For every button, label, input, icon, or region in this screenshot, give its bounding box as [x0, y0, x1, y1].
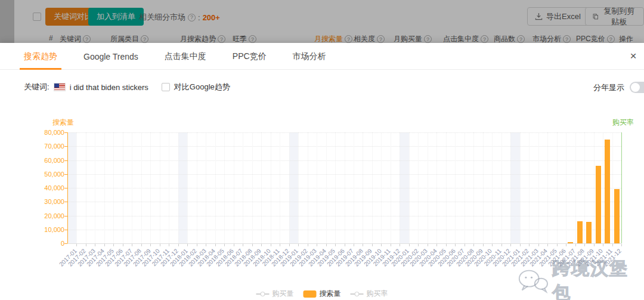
yearly-display-label: 分年显示	[593, 82, 624, 93]
y-tick-label: 80,000	[44, 129, 64, 136]
x-tick	[381, 244, 382, 246]
x-tick	[575, 244, 576, 246]
x-tick	[317, 244, 317, 246]
y-tick-label: 30,000	[44, 198, 64, 205]
tab-3[interactable]: 点击集中度	[165, 43, 206, 70]
x-tick	[436, 244, 437, 246]
x-tick	[501, 244, 502, 246]
x-tick	[104, 244, 105, 246]
x-tick	[308, 244, 308, 246]
x-tick	[113, 244, 114, 246]
x-tick	[178, 244, 179, 246]
close-icon[interactable]: ×	[626, 49, 640, 63]
right-y-axis	[621, 132, 622, 243]
yearly-display-toggle[interactable]	[630, 82, 644, 93]
gridline	[67, 216, 621, 217]
x-tick	[187, 244, 188, 246]
keyword-row-right: 分年显示	[0, 81, 644, 94]
y-tick	[64, 202, 67, 202]
chart-legend: 购买量搜索量购买率	[256, 289, 388, 299]
x-tick	[594, 244, 595, 246]
x-tick	[345, 244, 345, 246]
legend-item-购买率[interactable]: 购买率	[351, 289, 388, 299]
y-tick-label: 50,000	[44, 171, 64, 178]
x-tick	[418, 244, 419, 246]
tab-1[interactable]: 搜索趋势	[24, 43, 57, 70]
x-tick	[584, 244, 585, 246]
x-tick	[271, 244, 271, 246]
x-tick	[354, 244, 354, 246]
y-tick-label: 40,000	[44, 184, 64, 191]
x-tick	[335, 244, 336, 246]
x-tick	[123, 244, 123, 246]
x-tick	[538, 244, 539, 246]
x-tick	[465, 244, 465, 246]
x-tick	[150, 244, 151, 246]
gridline	[67, 230, 621, 230]
gridline	[67, 146, 621, 147]
x-tick	[76, 244, 77, 246]
x-tick	[400, 244, 400, 246]
gridline	[67, 188, 621, 188]
x-tick	[261, 244, 262, 246]
y-tick-label: 10,000	[44, 226, 64, 233]
y-tick	[64, 160, 67, 161]
x-tick	[483, 244, 484, 246]
x-tick	[197, 244, 197, 246]
tab-4[interactable]: PPC竞价	[233, 43, 267, 70]
y-tick	[64, 230, 67, 230]
line-marker-icon	[256, 291, 270, 296]
plot-area	[67, 132, 621, 243]
x-tick	[566, 244, 566, 246]
x-tick	[298, 244, 299, 246]
x-tick	[455, 244, 456, 246]
x-tick	[160, 244, 160, 246]
x-tick	[428, 244, 428, 246]
search-volume-bar-2021-12	[614, 189, 620, 243]
y-tick-label: 60,000	[44, 157, 64, 164]
y-tick	[64, 216, 67, 217]
x-tick	[621, 244, 622, 246]
x-tick	[252, 244, 253, 246]
search-volume-bar-2021-09	[586, 222, 592, 243]
left-y-axis	[67, 132, 68, 243]
x-tick	[280, 244, 280, 246]
x-tick	[326, 244, 327, 246]
x-tick	[520, 244, 521, 246]
legend-item-购买量[interactable]: 购买量	[256, 289, 294, 299]
y-tick	[64, 132, 67, 133]
x-tick	[224, 244, 225, 246]
x-tick	[243, 244, 243, 246]
x-tick	[169, 244, 169, 246]
tab-5[interactable]: 市场分析	[293, 43, 326, 70]
legend-item-搜索量[interactable]: 搜索量	[304, 289, 341, 299]
x-tick	[86, 244, 86, 246]
y-tick	[64, 188, 67, 188]
x-tick	[234, 244, 234, 246]
search-volume-bar-2021-08	[577, 221, 583, 243]
gridline	[67, 202, 621, 202]
gridline	[67, 160, 621, 161]
x-tick	[206, 244, 206, 246]
line-marker-icon	[351, 291, 364, 296]
x-tick	[132, 244, 132, 246]
y-tick	[64, 146, 67, 147]
x-tick	[391, 244, 391, 246]
tab-2[interactable]: Google Trends	[83, 43, 138, 70]
x-tick	[446, 244, 447, 246]
x-tick	[547, 244, 548, 246]
modal-dim-overlay	[0, 0, 644, 43]
left-axis-title: 搜索量	[52, 117, 74, 128]
x-tick	[215, 244, 216, 246]
x-tick	[529, 244, 530, 246]
x-tick	[289, 244, 290, 246]
y-tick	[64, 243, 67, 244]
y-tick-label: 20,000	[44, 212, 64, 219]
x-tick	[492, 244, 493, 246]
gridline	[67, 174, 621, 175]
x-tick	[612, 244, 613, 246]
x-tick	[603, 244, 603, 246]
x-tick	[95, 244, 95, 246]
trend-panel: 搜索趋势Google Trends点击集中度PPC竞价市场分析 × 关键词: i…	[0, 43, 644, 300]
gridline	[67, 132, 621, 133]
